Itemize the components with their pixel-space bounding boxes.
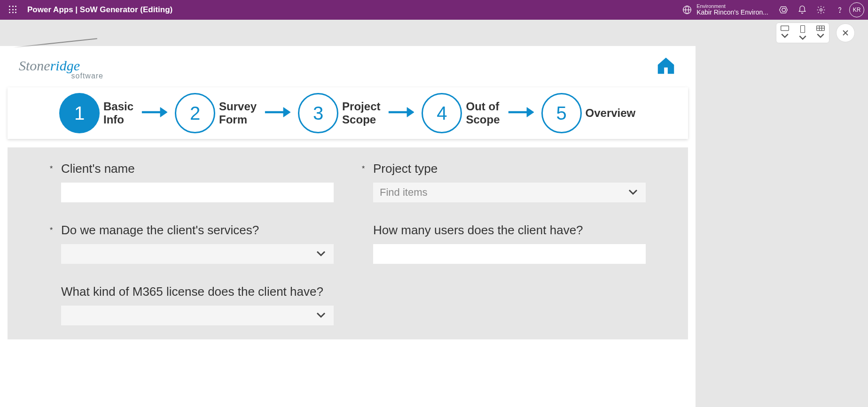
field-client-name: * Client's name	[50, 161, 334, 202]
copilot-button[interactable]	[774, 0, 793, 19]
field-m365-license: What kind of M365 license does the clien…	[50, 284, 334, 325]
tablet-icon	[800, 25, 805, 33]
step-label: Project Scope	[342, 100, 380, 126]
mobile-preview-button[interactable]	[816, 25, 825, 41]
settings-button[interactable]	[812, 0, 830, 19]
desktop-preview-button[interactable]	[780, 25, 790, 41]
logo-part2: ridge	[50, 58, 80, 73]
logo-part1: Stone	[19, 58, 50, 73]
chevron-down-icon	[798, 34, 807, 41]
chevron-down-icon	[627, 186, 639, 199]
step-circle: 4	[422, 93, 462, 133]
field-label: Client's name	[61, 161, 135, 176]
logo-subtitle: software	[71, 72, 103, 80]
field-label: Project type	[373, 161, 438, 176]
app-top-bar: Power Apps | SoW Generator (Editing) Env…	[0, 0, 868, 20]
svg-marker-20	[527, 108, 534, 117]
preview-toolbar	[0, 20, 868, 46]
step-3[interactable]: 3 Project Scope	[298, 93, 380, 133]
step-label: Overview	[586, 107, 636, 120]
step-circle: 1	[59, 93, 100, 133]
field-label: What kind of M365 license does the clien…	[61, 284, 323, 299]
step-circle: 5	[541, 93, 582, 133]
step-label: Survey Form	[219, 100, 257, 126]
arrow-icon	[264, 105, 290, 121]
close-icon	[842, 29, 849, 37]
chevron-down-icon	[315, 309, 327, 322]
user-avatar[interactable]: KR	[849, 2, 864, 17]
help-icon	[835, 5, 845, 15]
step-circle: 3	[298, 93, 338, 133]
step-4[interactable]: 4 Out of Scope	[422, 93, 500, 133]
manage-services-select[interactable]	[61, 244, 334, 264]
chevron-down-icon	[780, 32, 790, 39]
home-icon	[655, 55, 677, 77]
field-label: Do we manage the client's services?	[61, 223, 259, 238]
form-area: * Client's name * Project type Find item…	[8, 147, 688, 339]
copilot-icon	[779, 5, 788, 15]
help-button[interactable]	[830, 0, 849, 19]
logo-text: Stoneridge	[19, 58, 80, 74]
device-preview-group	[776, 23, 829, 43]
chevron-down-icon	[816, 32, 825, 39]
desktop-icon	[780, 25, 790, 31]
svg-point-4	[839, 12, 840, 12]
select-placeholder: Find items	[380, 186, 427, 199]
svg-marker-16	[283, 108, 290, 117]
step-1[interactable]: 1 Basic Info	[59, 93, 133, 133]
step-2[interactable]: 2 Survey Form	[175, 93, 257, 133]
avatar-initials: KR	[853, 7, 861, 13]
close-preview-button[interactable]	[836, 23, 855, 42]
required-marker: *	[362, 165, 368, 173]
field-label: How many users does the client have?	[373, 223, 583, 238]
page-title: Power Apps | SoW Generator (Editing)	[27, 5, 172, 15]
chevron-down-icon	[315, 248, 327, 260]
step-label: Out of Scope	[466, 100, 500, 126]
project-type-select[interactable]: Find items	[373, 183, 646, 202]
svg-rect-5	[781, 26, 789, 31]
notifications-button[interactable]	[793, 0, 812, 19]
globe-icon	[682, 5, 692, 15]
gear-icon	[816, 5, 826, 15]
arrow-icon	[508, 105, 534, 121]
environment-name: Kabir Rincon's Environ...	[696, 9, 768, 16]
svg-rect-6	[801, 26, 805, 33]
environment-text: Environment Kabir Rincon's Environ...	[696, 3, 768, 16]
environment-label: Environment	[696, 3, 768, 9]
app-launcher-icon[interactable]	[4, 6, 23, 14]
app-canvas: Stoneridge software 1 Basic Info 2 Surve…	[0, 46, 696, 407]
svg-marker-18	[407, 108, 414, 117]
required-marker: *	[50, 226, 56, 235]
step-circle: 2	[175, 93, 215, 133]
tablet-preview-button[interactable]	[798, 25, 807, 41]
waffle-icon	[9, 6, 17, 14]
svg-point-3	[820, 9, 822, 11]
logo: Stoneridge software	[19, 57, 103, 80]
required-marker: *	[50, 165, 56, 173]
user-count-input[interactable]	[373, 244, 646, 264]
bell-icon	[798, 5, 807, 15]
field-manage-services: * Do we manage the client's services?	[50, 223, 334, 264]
field-project-type: * Project type Find items	[362, 161, 646, 202]
grid-icon	[816, 25, 825, 31]
client-name-input[interactable]	[61, 183, 334, 202]
home-button[interactable]	[655, 55, 677, 78]
arrow-icon	[388, 105, 414, 121]
wizard-stepper: 1 Basic Info 2 Survey Form 3 Project Sco…	[8, 87, 688, 139]
arrow-icon	[141, 105, 167, 121]
svg-marker-14	[160, 108, 167, 117]
m365-license-select[interactable]	[61, 306, 334, 325]
field-user-count: How many users does the client have?	[362, 223, 646, 264]
step-label: Basic Info	[103, 100, 133, 126]
step-5[interactable]: 5 Overview	[541, 93, 636, 133]
environment-selector[interactable]: Environment Kabir Rincon's Environ...	[682, 3, 768, 16]
canvas-header: Stoneridge software	[0, 46, 696, 87]
